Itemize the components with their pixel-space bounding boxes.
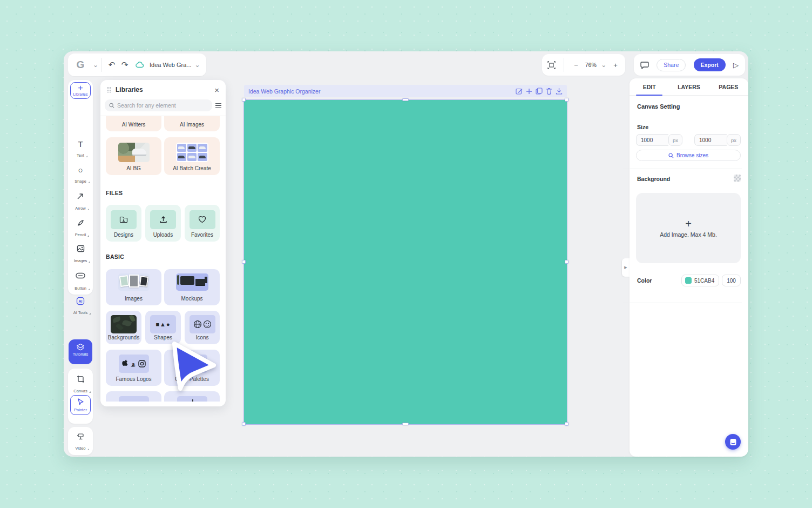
ai-tools-icon: AI [68,297,93,306]
app-logo[interactable]: G [68,59,93,71]
library-tile-favorites[interactable]: Favorites [185,205,220,242]
library-tile-shapes[interactable]: ■▲● Shapes [145,311,181,344]
library-tile-backgrounds[interactable]: Backgrounds [106,311,141,344]
transparency-checker-icon[interactable] [734,175,741,182]
browse-sizes-button[interactable]: Browse sizes [636,150,741,161]
export-button[interactable]: Export [694,58,726,71]
resize-handle-n[interactable] [402,98,409,101]
sidebar-item-pointer[interactable]: Pointer [70,395,91,415]
tool-label: Pointer [71,407,90,415]
list-view-icon[interactable] [215,103,221,108]
tab-pages[interactable]: PAGES [709,78,748,95]
libraries-panel-title: Libraries [116,86,214,93]
artboard-title[interactable]: Idea Web Graphic Organizer [248,88,516,95]
sidebar-item-libraries[interactable]: + Libraries [70,82,91,99]
zoom-in-button[interactable]: + [611,61,620,69]
artboard-canvas[interactable] [244,100,567,424]
fit-to-screen-icon[interactable] [547,61,556,69]
add-image-dropzone[interactable]: + Add Image. Max 4 Mb. [636,193,741,263]
add-artboard-icon[interactable] [526,88,532,95]
opacity-input[interactable]: 100 [722,275,741,286]
download-icon[interactable] [556,88,563,95]
sidebar-item-video[interactable]: Video [68,431,93,452]
arrows-thumbnail [177,396,207,402]
height-unit: px [727,134,741,146]
button-tool-icon [68,272,93,282]
sidebar-item-tutorials[interactable]: Tutorials [69,339,92,364]
search-icon [668,153,674,158]
famous-logos-thumbnail: a [119,355,149,373]
resize-handle-se[interactable] [565,422,569,426]
libraries-scroll-area[interactable]: AI Writers AI Images AI BG AI Batch Crea… [100,116,226,402]
tile-label: Uploads [145,232,181,238]
brand-logos-icon: a [121,359,147,369]
comment-icon[interactable] [640,61,649,69]
library-tile-designs[interactable]: Designs [106,205,141,242]
resize-handle-w[interactable] [242,260,246,264]
library-search-input[interactable] [105,99,212,111]
document-menu-chevron-icon[interactable]: ⌄ [195,62,200,68]
panel-collapse-handle[interactable]: ▶ [622,258,630,277]
height-field[interactable]: 1000 [694,134,727,146]
sidebar-item-canvas[interactable]: Canvas [68,374,93,395]
width-field[interactable]: 1000 [636,134,668,146]
drag-handle-icon[interactable] [107,86,111,93]
chat-widget-button[interactable] [725,434,741,450]
width-input-group: 1000 px [636,134,682,146]
height-input-group: 1000 px [694,134,741,146]
duplicate-icon[interactable] [536,88,543,95]
library-tile-images[interactable]: Images [106,269,161,305]
resize-handle-nw[interactable] [242,98,246,102]
sidebar-item-images[interactable]: Images [68,244,93,264]
globe-smiley-icon [193,320,212,329]
library-tile-icons[interactable]: Icons [185,311,220,344]
sidebar-item-text[interactable]: T Text [68,139,93,159]
share-button[interactable]: Share [657,59,686,71]
close-icon[interactable]: × [214,85,219,95]
resize-handle-sw[interactable] [242,422,246,426]
zoom-level[interactable]: 76% [585,62,597,68]
search-input[interactable] [117,102,208,109]
redo-button[interactable]: ↷ [118,60,131,70]
tool-label: Text [77,153,84,158]
sidebar-item-ai-tools[interactable]: AI AI Tools [68,296,93,316]
delete-icon[interactable] [546,88,552,95]
undo-button[interactable]: ↶ [105,60,118,70]
resize-handle-s[interactable] [402,423,409,425]
resize-handle-ne[interactable] [565,98,569,102]
zoom-out-button[interactable]: − [572,61,580,69]
rename-icon[interactable] [516,88,523,95]
zoom-chevron-icon[interactable]: ⌄ [601,62,606,68]
chat-icon [729,438,737,446]
sidebar-item-button[interactable]: Button [68,270,93,292]
tool-label: Images [74,258,87,263]
logo-menu-chevron-icon[interactable]: ⌄ [93,62,98,68]
tool-label: Arrow [75,206,86,211]
library-tile-famous-logos[interactable]: a Famous Logos [106,350,161,386]
tile-label: Icons [185,335,220,340]
library-tile-mockups[interactable]: Mockups [164,269,220,305]
tab-edit[interactable]: EDIT [630,78,669,95]
tile-label: AI Batch Create [164,165,220,171]
library-tile-ai-images[interactable]: AI Images [164,116,220,131]
sidebar-item-arrow[interactable]: Arrow [68,191,93,212]
library-tile-color-palettes[interactable]: Color Palettes [164,350,220,386]
library-tile-ai-batch-create[interactable]: AI Batch Create [164,137,220,175]
resize-handle-e[interactable] [565,260,569,264]
color-swatch[interactable] [685,277,692,284]
document-title[interactable]: Idea Web Gra... [150,62,191,68]
sidebar-item-pencil[interactable]: Pencil [68,218,93,238]
library-tile-ai-writers[interactable]: AI Writers [106,116,161,131]
library-tile-partial-right[interactable] [164,391,220,402]
present-play-icon[interactable]: ▷ [733,61,739,69]
tab-layers[interactable]: LAYERS [669,78,708,95]
library-tile-uploads[interactable]: Uploads [145,205,181,242]
library-tile-partial-left[interactable] [106,391,161,402]
color-hex-input[interactable]: 51CAB4 [681,275,719,286]
libraries-panel: Libraries × AI Writers AI Images AI BG [100,80,226,406]
sidebar-item-shape[interactable]: ○ Shape [68,165,93,185]
tile-label: Backgrounds [106,335,141,340]
add-image-label: Add Image. Max 4 Mb. [660,231,717,238]
collapse-arrow-icon: ▶ [624,265,627,270]
library-tile-ai-bg[interactable]: AI BG [106,137,161,175]
